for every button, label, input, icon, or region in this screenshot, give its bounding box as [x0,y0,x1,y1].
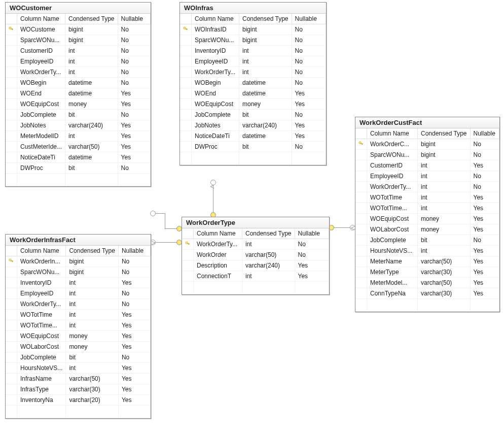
col-type: varchar(30) [418,267,471,278]
col-name: WOTotTime... [367,203,418,214]
pk-cell [355,160,367,171]
pk-cell [355,203,367,214]
column-row[interactable]: WOBegindatetimeNo [6,78,151,88]
column-row[interactable]: WOTotTimeintYes [6,310,151,320]
col-type: bit [66,352,119,363]
column-row[interactable]: EmployeeIDintNo [180,56,326,67]
column-row[interactable]: WOCustomebigintNo [6,24,151,35]
column-row[interactable]: SparcWONu...bigintNo [6,267,151,278]
column-row[interactable]: WOLaborCostmoneyYes [6,342,151,352]
pk-cell [6,352,17,363]
column-row[interactable]: InfrasTypevarchar(30)Yes [6,384,151,395]
entity-workOrderInfrasFact[interactable]: WorkOrderInfrasFactColumn NameCondensed … [5,234,151,419]
col-name: DWProc [192,142,239,152]
column-row[interactable]: MeterModelIDintYes [6,131,151,142]
column-row[interactable]: WOTotTime...intYes [355,203,499,214]
column-row[interactable]: WOEquipCostmoneyYes [6,99,151,110]
column-row[interactable]: WorkOrderTy...intNo [6,67,151,78]
col-type: bigint [418,150,471,160]
column-row[interactable]: WOEquipCostmoneyYes [180,99,326,110]
column-row[interactable]: MeterNamevarchar(50)Yes [355,256,499,267]
column-row[interactable]: CustMeterIde...varchar(50)Yes [6,142,151,152]
column-row[interactable]: SparcWONu...bigintNo [180,35,326,46]
col-name: SparcWONu... [192,35,239,46]
column-row[interactable]: ConnTypeNavarchar(30)Yes [355,288,499,299]
pk-cell [180,99,192,110]
column-row[interactable]: InventoryIDintNo [180,46,326,56]
pk-cell [6,120,17,131]
column-row[interactable]: WOLaborCostmoneyYes [355,224,499,235]
column-row[interactable]: WorkOrderTy...intNo [180,67,326,78]
column-row[interactable]: NoticeDateTidatetimeYes [180,131,326,142]
column-row[interactable]: WOInfrasIDbigintNo [180,24,326,35]
entity-title: WOCustomer [6,3,151,14]
column-row[interactable]: EmployeeIDintNo [6,56,151,67]
column-row[interactable]: Descriptionvarchar(240)Yes [182,260,329,271]
column-row[interactable]: EmployeeIDintNo [355,171,499,182]
column-row[interactable]: WOTotTimeintYes [355,192,499,203]
col-null: No [470,139,499,150]
column-row[interactable]: SparcWONu...bigintNo [355,150,499,160]
col-type: varchar(240) [242,260,295,271]
col-null: Yes [118,99,150,110]
entity-workOrderType[interactable]: WorkOrderTypeColumn NameCondensed TypeNu… [182,217,330,295]
col-null: Yes [295,260,329,271]
column-row[interactable]: InventoryIDintYes [6,278,151,288]
column-row[interactable]: WorkOrderC...bigintNo [355,139,499,150]
column-row[interactable]: InfrasNamevarchar(50)Yes [6,374,151,384]
column-row[interactable]: WorkOrdervarchar(50)No [182,250,329,260]
column-row[interactable]: JobNotesvarchar(240)Yes [180,120,326,131]
column-row[interactable]: WorkOrderTy...intNo [355,182,499,192]
column-row[interactable]: CustomerIDintNo [6,46,151,56]
pk-cell [6,363,17,374]
column-row[interactable]: DWProcbitNo [180,142,326,152]
col-type: int [239,46,292,56]
pk-cell [6,131,17,142]
column-row[interactable]: InventoryNavarchar(20)Yes [6,395,151,406]
col-name: EmployeeID [367,171,418,182]
column-row[interactable]: WorkOrderIn...bigintNo [6,256,151,267]
column-row[interactable]: JobNotesvarchar(240)Yes [6,120,151,131]
column-row[interactable]: HoursNoteVS...intYes [6,363,151,374]
pk-cell [6,342,17,352]
column-row[interactable]: NoticeDateTidatetimeYes [6,152,151,163]
col-name: WOEquipCost [17,331,66,342]
col-name: WOLaborCost [17,342,66,352]
col-name: MeterName [367,256,418,267]
column-row[interactable]: WOEquipCostmoneyYes [355,214,499,224]
column-row[interactable]: JobCompletebitNo [180,110,326,120]
svg-rect-14 [12,261,13,262]
column-row[interactable]: WOBegindatetimeNo [180,78,326,88]
column-row[interactable]: MeterTypevarchar(30)Yes [355,267,499,278]
column-row[interactable]: ConnectionTintYes [182,271,329,282]
entity-workOrderCustFact[interactable]: WorkOrderCustFactColumn NameCondensed Ty… [355,117,500,312]
column-row[interactable]: JobCompletebitNo [6,110,151,120]
column-row[interactable]: JobCompletebitNo [6,352,151,363]
column-row[interactable]: MeterModel...varchar(50)Yes [355,278,499,288]
col-null: Yes [118,331,150,342]
col-null: No [118,352,150,363]
col-null: Yes [118,278,150,288]
col-type: datetime [65,152,118,163]
column-row[interactable]: HoursNoteVS...intYes [355,246,499,256]
header-column: Column Name [17,14,65,24]
column-row[interactable]: CustomerIDintYes [355,160,499,171]
column-row[interactable]: WOEquipCostmoneyYes [6,331,151,342]
col-name: JobNotes [17,120,65,131]
column-row[interactable]: WOEnddatetimeYes [180,88,326,99]
column-row[interactable]: WOEnddatetimeYes [6,88,151,99]
col-null: Yes [118,120,150,131]
col-name: JobComplete [192,110,239,120]
pk-cell [6,152,17,163]
column-row[interactable]: SparcWONu...bigintNo [6,35,151,46]
column-row[interactable]: JobCompletebitNo [355,235,499,246]
entity-woCustomer[interactable]: WOCustomerColumn NameCondensed TypeNulla… [5,2,151,187]
col-name: WorkOrderTy... [17,67,65,78]
column-row[interactable]: WorkOrderTy...intNo [6,299,151,310]
column-row[interactable]: DWProcbitNo [6,163,151,174]
col-null: No [118,110,150,120]
entity-woInfras[interactable]: WOInfrasColumn NameCondensed TypeNullabl… [179,2,327,165]
column-row[interactable]: WorkOrderTy...intNo [182,239,329,250]
column-row[interactable]: WOTotTime...intYes [6,320,151,331]
column-row[interactable]: EmployeeIDintNo [6,288,151,299]
